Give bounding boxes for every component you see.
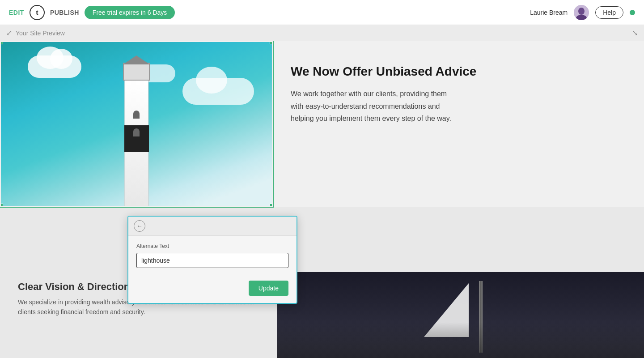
alt-text-popup: ← Alternate Text Update — [127, 216, 297, 304]
topbar: EDIT t PUBLISH Free trial expires in 6 D… — [0, 0, 644, 25]
handle-tr[interactable] — [270, 41, 273, 44]
popup-body: Alternate Text — [128, 236, 297, 277]
cloud-2 — [182, 78, 254, 105]
bottom-row: Clear Vision & Direction We specialize i… — [0, 272, 644, 358]
avatar[interactable] — [574, 5, 589, 20]
logo: t — [30, 5, 45, 20]
alt-text-label: Alternate Text — [136, 243, 288, 249]
lighthouse-image — [1, 42, 272, 206]
status-dot — [630, 10, 635, 15]
tower-window-1 — [133, 111, 140, 119]
cloud-1 — [28, 55, 81, 78]
advice-body: We work together with our clients, provi… — [291, 88, 461, 124]
preview-bar: ⤢ Your Site Preview ⤡ — [0, 25, 644, 41]
edit-button[interactable]: EDIT — [9, 9, 24, 16]
topbar-left: EDIT t PUBLISH Free trial expires in 6 D… — [9, 5, 175, 20]
user-name: Laurie Bream — [530, 9, 568, 16]
lighthouse-image-wrapper[interactable] — [0, 41, 273, 207]
popup-footer: Update — [128, 277, 297, 303]
handle-tl[interactable] — [0, 41, 3, 44]
boat-scene — [277, 272, 644, 358]
boat-image-section — [277, 272, 644, 358]
main-content: We Now Offer Unbiased Advice We work tog… — [0, 41, 644, 358]
handle-bl[interactable] — [0, 204, 3, 207]
publish-button[interactable]: PUBLISH — [50, 9, 79, 16]
fullscreen-icon[interactable]: ⤡ — [632, 29, 638, 37]
tower-window-2 — [133, 128, 140, 136]
handle-br[interactable] — [270, 204, 273, 207]
topbar-right: Laurie Bream Help — [530, 5, 635, 20]
top-section: We Now Offer Unbiased Advice We work tog… — [0, 41, 644, 207]
site-preview: We Now Offer Unbiased Advice We work tog… — [0, 41, 644, 358]
alt-text-input[interactable] — [136, 253, 288, 268]
advice-section: We Now Offer Unbiased Advice We work tog… — [273, 41, 644, 207]
svg-point-1 — [578, 8, 585, 15]
tower-body — [124, 81, 149, 206]
preview-label: Your Site Preview — [16, 30, 65, 37]
preview-bar-left: ⤢ Your Site Preview — [6, 29, 65, 37]
lantern-top — [123, 55, 150, 64]
update-button[interactable]: Update — [249, 281, 288, 296]
help-button[interactable]: Help — [595, 6, 623, 19]
water-overlay — [277, 322, 644, 358]
lantern-room — [123, 63, 150, 81]
back-button[interactable]: ← — [134, 220, 145, 232]
popup-header: ← — [128, 217, 297, 236]
advice-title: We Now Offer Unbiased Advice — [291, 64, 626, 80]
trial-badge[interactable]: Free trial expires in 6 Days — [85, 6, 175, 19]
resize-icon: ⤢ — [6, 29, 12, 37]
